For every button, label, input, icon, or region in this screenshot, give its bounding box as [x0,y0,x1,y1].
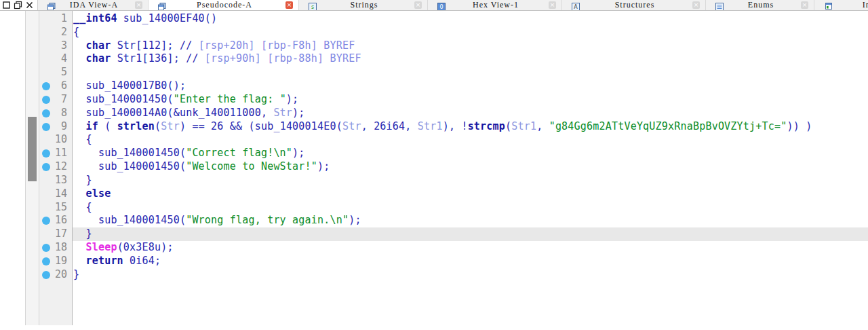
line-number: 17 [55,227,67,240]
tab-close-button[interactable]: × [801,1,808,9]
code-token: } [73,174,92,186]
code-text[interactable]: if ( strlen(Str) == 26 && (sub_1400014E0… [73,120,868,134]
code-text[interactable]: } [73,268,868,282]
tab-close-button[interactable]: × [549,1,556,9]
tab-enums[interactable]: Enums× [706,0,814,10]
code-token: sub_1400014A0(&unk_140011000, [73,107,273,119]
svg-text:0: 0 [439,4,443,10]
tab-close-button[interactable]: × [285,1,293,9]
line-gutter-cell[interactable]: 7 [39,93,73,107]
line-number: 4 [61,52,67,65]
breakpoint-dot[interactable] [42,217,50,225]
line-gutter-cell[interactable]: 16 [39,214,73,227]
breakpoint-dot[interactable] [42,82,50,90]
line-gutter-cell[interactable]: 18 [39,241,73,255]
close-button[interactable] [25,1,34,10]
breakpoint-dot[interactable] [42,257,50,265]
line-number: 2 [61,26,67,38]
structures-icon: A [572,1,580,10]
line-gutter-cell[interactable]: 9 [39,120,73,134]
code-text[interactable]: __int64 sub_14000EF40() [73,12,868,26]
pseudocode-icon [158,1,166,10]
code-text[interactable]: } [73,174,868,187]
line-gutter-cell[interactable]: 17 [39,227,73,241]
tab-structures[interactable]: AStructures× [562,0,706,10]
code-line: 20} [39,268,868,282]
code-line: 7 sub_140001450("Enter the flag: "); [39,93,868,107]
breakpoint-dot[interactable] [42,149,50,158]
line-gutter-cell[interactable]: 2 [39,26,73,39]
line-number: 7 [61,93,67,105]
line-number: 20 [55,268,67,280]
code-line: 15 { [39,201,868,215]
breakpoint-dot[interactable] [42,123,50,131]
code-token: Str[112]; // [111,39,192,52]
code-text[interactable] [73,66,868,79]
code-text[interactable]: sub_140001450("Welcome to NewStar!"); [73,160,868,174]
tab-close-button[interactable]: × [414,1,422,9]
line-gutter-cell[interactable]: 14 [39,187,73,201]
line-gutter-cell[interactable]: 13 [39,174,73,187]
tab-imports[interactable]: Imports [814,0,868,10]
tab-close-button[interactable]: × [135,1,142,9]
breakpoint-dot[interactable] [42,271,50,279]
line-gutter-cell[interactable]: 15 [39,201,73,215]
code-text[interactable]: { [73,26,868,39]
line-gutter-cell[interactable]: 8 [39,107,73,120]
line-number: 12 [55,160,67,172]
code-text[interactable]: } [73,227,868,241]
code-line: 10 { [39,133,868,147]
code-text[interactable]: sub_1400017B0(); [73,79,868,93]
line-gutter-cell[interactable]: 20 [39,268,73,282]
imports-icon [824,1,832,10]
tab-close-button[interactable]: × [692,1,700,9]
code-text[interactable]: { [73,133,868,147]
code-token: ( [98,120,117,132]
code-text[interactable]: sub_140001450("Enter the flag: "); [73,93,868,107]
svg-text:A: A [574,4,578,10]
tab-ida-view-a[interactable]: IDA View-A× [38,0,149,10]
code-token: ); [349,214,361,226]
code-token: sub_140001450( [73,160,186,172]
line-gutter-cell[interactable]: 6 [39,79,73,93]
tab-pseudocode-a[interactable]: Pseudocode-A× [149,0,299,10]
tab-strings[interactable]: sStrings× [299,0,428,10]
line-gutter-cell[interactable]: 19 [39,255,73,268]
tab-hex-view-1[interactable]: 0Hex View-1× [428,0,562,10]
code-text[interactable]: sub_140001450("Wrong flag, try again.\n"… [73,214,868,227]
code-line: 2{ [39,26,868,39]
line-gutter-cell[interactable]: 11 [39,147,73,160]
line-number: 19 [55,255,67,267]
breakpoint-dot[interactable] [42,109,50,117]
scrollbar-thumb[interactable] [28,117,37,181]
maximize-button[interactable] [2,1,11,10]
line-gutter-cell[interactable]: 5 [39,66,73,79]
code-line: 8 sub_1400014A0(&unk_140011000, Str); [39,107,868,120]
code-text[interactable]: char Str1[136]; // [rsp+90h] [rbp-88h] B… [73,52,868,66]
code-text[interactable]: return 0i64; [73,255,868,268]
code-token: char [85,52,111,65]
breakpoint-dot[interactable] [42,96,50,104]
code-line: 9 if ( strlen(Str) == 26 && (sub_1400014… [39,120,868,134]
code-text[interactable]: sub_1400014A0(&unk_140011000, Str); [73,107,868,120]
line-gutter-cell[interactable]: 4 [39,52,73,66]
code-line: 1__int64 sub_14000EF40() [39,12,868,26]
code-text[interactable]: char Str[112]; // [rsp+20h] [rbp-F8h] BY… [73,39,868,53]
breakpoint-dot[interactable] [42,244,50,252]
restore-button[interactable] [14,1,22,10]
code-text[interactable]: { [73,201,868,215]
line-number: 15 [55,201,67,213]
line-gutter-cell[interactable]: 10 [39,133,73,147]
tab-bar: IDA View-A×Pseudocode-A×sStrings×0Hex Vi… [0,0,868,11]
line-gutter-cell[interactable]: 1 [39,12,73,26]
code-text[interactable]: Sleep(0x3E8u); [73,241,868,255]
code-text[interactable]: else [73,187,868,201]
code-token: ); [317,160,330,172]
line-number: 14 [55,187,67,200]
breakpoint-dot[interactable] [42,163,50,171]
line-gutter-cell[interactable]: 12 [39,160,73,174]
tab-label: Imports [832,0,868,10]
code-text[interactable]: sub_140001450("Correct flag!\n"); [73,147,868,160]
line-gutter-cell[interactable]: 3 [39,39,73,53]
scrollbar-track[interactable] [25,11,39,325]
